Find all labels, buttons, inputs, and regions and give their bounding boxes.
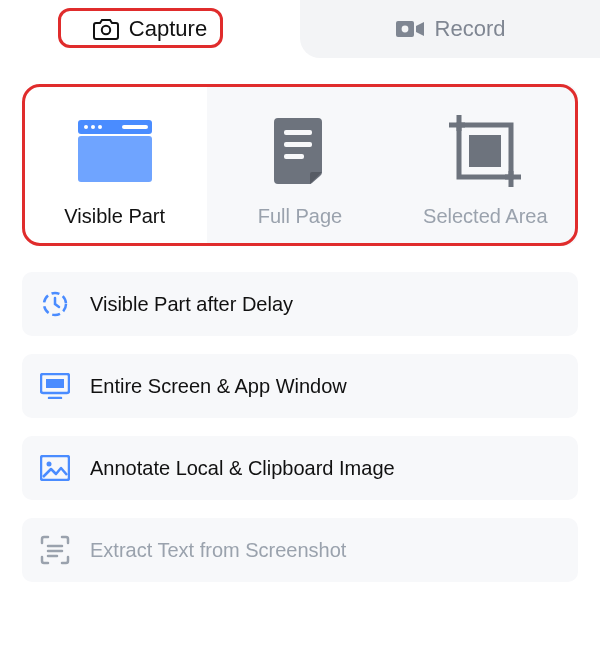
mode-visible-part[interactable]: Visible Part [22, 84, 207, 246]
option-entire-screen-label: Entire Screen & App Window [90, 375, 347, 398]
svg-rect-20 [46, 379, 64, 388]
option-annotate-label: Annotate Local & Clipboard Image [90, 457, 395, 480]
svg-rect-8 [78, 136, 152, 182]
tabs: Capture Record [0, 0, 600, 58]
crop-icon [449, 115, 521, 187]
monitor-icon [40, 373, 70, 399]
video-icon [395, 19, 425, 39]
tab-record-label: Record [435, 16, 506, 42]
option-annotate[interactable]: Annotate Local & Clipboard Image [22, 436, 578, 500]
camera-icon [93, 18, 119, 40]
svg-rect-7 [122, 125, 148, 129]
svg-point-4 [84, 125, 88, 129]
option-list: Visible Part after Delay Entire Screen &… [22, 272, 578, 582]
mode-full-page-label: Full Page [258, 205, 343, 228]
full-page-icon [274, 118, 326, 184]
tab-capture-label: Capture [129, 16, 207, 42]
option-extract-text[interactable]: Extract Text from Screenshot [22, 518, 578, 582]
option-extract-text-label: Extract Text from Screenshot [90, 539, 346, 562]
svg-rect-13 [469, 135, 501, 167]
svg-point-2 [401, 26, 408, 33]
svg-rect-11 [284, 154, 304, 159]
mode-selected-area[interactable]: Selected Area [393, 84, 578, 246]
svg-rect-10 [284, 142, 312, 147]
option-visible-part-delay[interactable]: Visible Part after Delay [22, 272, 578, 336]
tab-record[interactable]: Record [300, 0, 600, 58]
tab-capture[interactable]: Capture [0, 0, 300, 58]
capture-modes-group: Visible Part Full Page [22, 84, 578, 246]
svg-point-0 [102, 26, 110, 34]
mode-selected-area-label: Selected Area [423, 205, 548, 228]
svg-point-5 [91, 125, 95, 129]
svg-point-6 [98, 125, 102, 129]
svg-rect-9 [284, 130, 312, 135]
svg-point-23 [47, 462, 52, 467]
delay-timer-icon [41, 290, 69, 318]
mode-full-page[interactable]: Full Page [207, 84, 392, 246]
ocr-icon [40, 535, 70, 565]
option-entire-screen[interactable]: Entire Screen & App Window [22, 354, 578, 418]
mode-visible-part-label: Visible Part [64, 205, 165, 228]
image-icon [40, 455, 70, 481]
option-delay-label: Visible Part after Delay [90, 293, 293, 316]
browser-window-icon [78, 120, 152, 182]
